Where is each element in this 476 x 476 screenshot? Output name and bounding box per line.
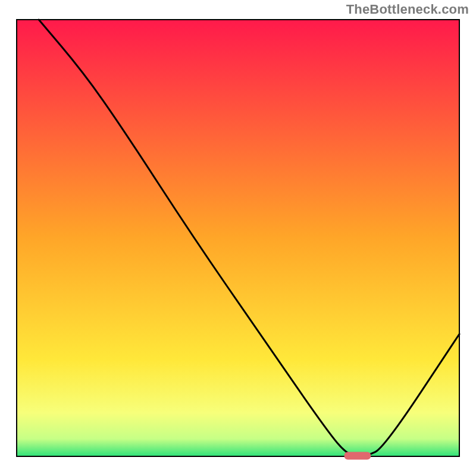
chart-stage: TheBottleneck.com <box>0 0 476 476</box>
plot-background <box>17 20 459 456</box>
highlight-marker <box>345 452 371 460</box>
watermark-text: TheBottleneck.com <box>346 2 469 17</box>
chart-svg <box>0 0 476 476</box>
